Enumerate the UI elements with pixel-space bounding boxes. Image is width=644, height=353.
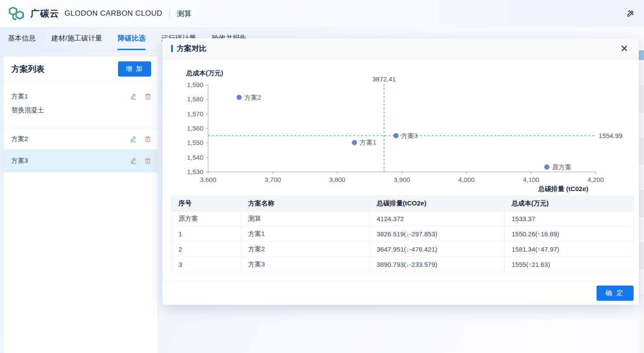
y-axis-title: 总成本(万元)	[186, 69, 223, 77]
x-tick-label: 3,800	[329, 176, 346, 183]
plan-list-title: 方案列表	[11, 64, 44, 75]
crosshair-x-label: 3872.41	[372, 75, 396, 83]
comparison-scatter-chart: 1,5301,5401,5501,5601,5701,5801,5903,600…	[171, 62, 634, 193]
add-plan-button[interactable]: 增 加	[118, 61, 151, 77]
scatter-point-label: 方案3	[401, 132, 418, 139]
table-header-row: 序号 方案名称 总碳排量(tCO2e) 总成本(万元)	[172, 196, 634, 211]
plan-name: 方案1	[11, 92, 123, 101]
plan-list-item-selected[interactable]: 方案3	[3, 150, 158, 172]
close-icon[interactable]: ✕	[619, 43, 630, 54]
logo-icon	[7, 4, 26, 23]
x-tick-label: 4,000	[459, 176, 475, 183]
arrow-down-icon: ↓	[406, 245, 410, 253]
table-row: 3方案33890.793(↓-233.579)1555(↑21.63)	[172, 257, 634, 272]
col-total-emission: 总碳排量(tCO2e)	[370, 196, 505, 211]
brand: 广碳云 GLODON CARBON CLOUD	[7, 4, 162, 23]
brand-name-en: GLODON CARBON CLOUD	[64, 9, 162, 18]
col-plan-name: 方案名称	[241, 196, 370, 211]
edit-icon[interactable]	[130, 157, 137, 165]
dialog-title: 方案对比	[177, 44, 619, 54]
scatter-point-label: 原方案	[552, 163, 572, 171]
scatter-point[interactable]	[544, 165, 550, 170]
cell-cost: 1555(↑21.63)	[505, 257, 634, 272]
x-axis-title: 总碳排量 (tC02e)	[538, 185, 588, 192]
cell-plan-name: 方案1	[241, 226, 370, 242]
delete-icon[interactable]	[144, 135, 152, 143]
y-tick-label: 1,590	[187, 81, 203, 88]
header-divider	[169, 8, 170, 19]
y-tick-label: 1,540	[187, 154, 203, 161]
tab-material-carbon[interactable]: 建材/施工碳计量	[51, 27, 102, 50]
comparison-table-body: 原方案测算4124.3721533.371方案13826.519(↓-297.8…	[172, 211, 634, 272]
arrow-down-icon: ↓	[406, 261, 410, 268]
plan-comparison-dialog: 方案对比 ✕ 1,5301,5401,5501,5601,5701,5801,5…	[162, 38, 639, 305]
edit-icon[interactable]	[130, 93, 137, 100]
dialog-footer: 确 定	[162, 281, 639, 305]
confirm-button[interactable]: 确 定	[597, 286, 634, 301]
cell-emission: 3826.519(↓-297.853)	[370, 226, 505, 242]
dialog-header: 方案对比 ✕	[162, 38, 639, 59]
x-tick-label: 4,200	[587, 176, 604, 183]
y-tick-label: 1,560	[187, 124, 203, 132]
cell-emission: 3647.951(↓-476.421)	[370, 242, 505, 257]
cell-seq: 原方案	[172, 211, 241, 226]
tab-carbon-reduction[interactable]: 降碳比选	[118, 27, 145, 50]
arrow-up-icon: ↑	[537, 245, 541, 253]
scatter-point-label: 方案1	[360, 138, 376, 146]
col-seq: 序号	[172, 196, 241, 211]
cell-emission: 4124.372	[370, 211, 505, 226]
tab-basic-info[interactable]: 基本信息	[8, 27, 36, 50]
y-tick-label: 1,530	[187, 168, 203, 175]
title-accent-bar	[171, 45, 173, 52]
scatter-point-label: 方案2	[244, 94, 261, 101]
cell-seq: 2	[172, 242, 241, 257]
crosshair-y-label: 1554.99	[599, 132, 622, 139]
table-row: 1方案13826.519(↓-297.853)1550.26(↑16.89)	[172, 226, 634, 242]
y-tick-label: 1,570	[187, 110, 203, 118]
design-tools-icon[interactable]	[626, 9, 635, 18]
plan-description: 替换混凝土	[11, 106, 152, 114]
comparison-table: 序号 方案名称 总碳排量(tCO2e) 总成本(万元) 原方案测算4124.37…	[171, 196, 634, 272]
x-tick-label: 3,900	[394, 176, 410, 183]
x-tick-label: 4,100	[523, 176, 539, 183]
scatter-point[interactable]	[236, 95, 242, 100]
y-tick-label: 1,580	[187, 95, 203, 103]
plan-list-panel: 方案列表 增 加 方案1 替换混凝土 方案2 方案3	[3, 57, 158, 353]
cell-plan-name: 测算	[241, 211, 370, 226]
brand-name-cn: 广碳云	[30, 7, 59, 20]
delete-icon[interactable]	[144, 93, 152, 100]
module-title: 测算	[177, 9, 192, 19]
cell-seq: 3	[172, 257, 241, 272]
background-content-sliver	[639, 50, 644, 353]
plan-name: 方案3	[11, 157, 123, 165]
scatter-point[interactable]	[393, 133, 398, 138]
cell-emission: 3890.793(↓-233.579)	[370, 257, 505, 272]
scatter-point[interactable]	[352, 140, 357, 145]
plan-list-item[interactable]: 方案2	[3, 128, 158, 150]
plan-list-item[interactable]: 方案1 替换混凝土	[3, 82, 158, 128]
edit-icon[interactable]	[130, 135, 137, 143]
cell-cost: 1533.37	[505, 211, 634, 226]
cell-cost: 1581.34(↑47.97)	[505, 242, 634, 257]
y-tick-label: 1,550	[187, 139, 203, 146]
plan-name: 方案2	[11, 135, 123, 143]
arrow-down-icon: ↓	[406, 230, 410, 238]
x-tick-label: 3,600	[200, 176, 216, 183]
cell-plan-name: 方案2	[241, 242, 370, 257]
arrow-up-icon: ↑	[528, 261, 532, 268]
col-total-cost: 总成本(万元)	[505, 196, 634, 211]
app-header: 广碳云 GLODON CARBON CLOUD 测算	[0, 0, 644, 27]
table-row: 原方案测算4124.3721533.37	[172, 211, 634, 226]
cell-seq: 1	[172, 226, 241, 242]
x-tick-label: 3,700	[265, 176, 281, 183]
arrow-up-icon: ↑	[537, 230, 541, 238]
cell-plan-name: 方案3	[241, 257, 370, 272]
table-row: 2方案23647.951(↓-476.421)1581.34(↑47.97)	[172, 242, 634, 257]
delete-icon[interactable]	[144, 157, 152, 165]
cell-cost: 1550.26(↑16.89)	[505, 226, 634, 242]
